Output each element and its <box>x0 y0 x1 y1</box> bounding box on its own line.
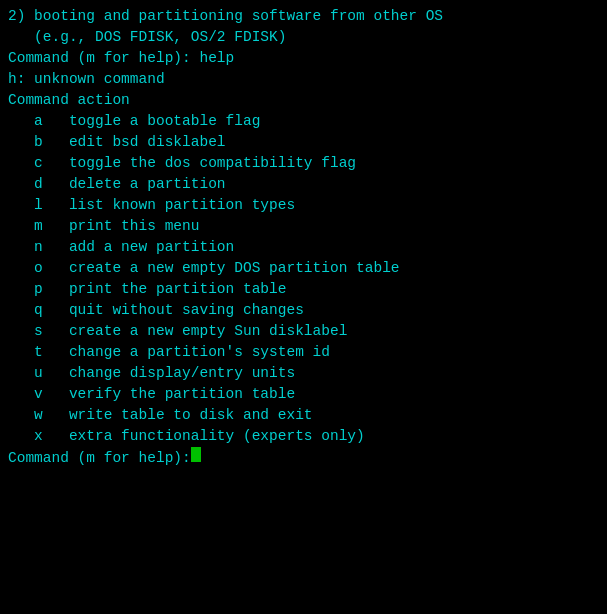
line-15: p print the partition table <box>8 279 599 300</box>
line-2: (e.g., DOS FDISK, OS/2 FDISK) <box>8 27 599 48</box>
line-19: u change display/entry units <box>8 363 599 384</box>
line-18: t change a partition's system id <box>8 342 599 363</box>
line-5: h: unknown command <box>8 69 599 90</box>
terminal-window: 2) booting and partitioning software fro… <box>0 0 607 614</box>
line-9: c toggle the dos compatibility flag <box>8 153 599 174</box>
line-6: Command action <box>8 90 599 111</box>
line-11: l list known partition types <box>8 195 599 216</box>
line-10: d delete a partition <box>8 174 599 195</box>
line-7: a toggle a bootable flag <box>8 111 599 132</box>
line-21: w write table to disk and exit <box>8 405 599 426</box>
line-14: o create a new empty DOS partition table <box>8 258 599 279</box>
line-12: m print this menu <box>8 216 599 237</box>
line-13: n add a new partition <box>8 237 599 258</box>
line-22: x extra functionality (experts only) <box>8 426 599 447</box>
line-1: 2) booting and partitioning software fro… <box>8 6 599 27</box>
line-16: q quit without saving changes <box>8 300 599 321</box>
line-8: b edit bsd disklabel <box>8 132 599 153</box>
prompt-text: Command (m for help): <box>8 448 191 469</box>
active-prompt-line[interactable]: Command (m for help): <box>8 447 599 469</box>
cursor-block <box>191 447 201 462</box>
terminal-output: 2) booting and partitioning software fro… <box>8 6 599 469</box>
line-20: v verify the partition table <box>8 384 599 405</box>
line-17: s create a new empty Sun disklabel <box>8 321 599 342</box>
line-4: Command (m for help): help <box>8 48 599 69</box>
